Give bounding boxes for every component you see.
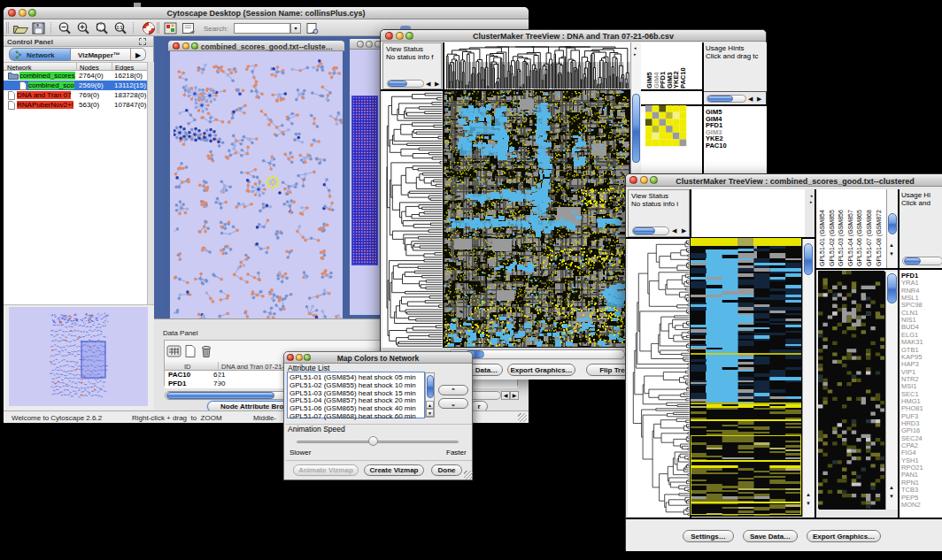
- svg-text:1:1: 1:1: [116, 25, 122, 30]
